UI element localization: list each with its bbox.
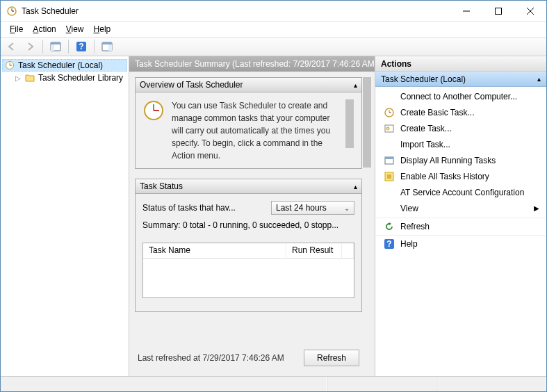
action-label: Create Basic Task... <box>400 108 475 117</box>
refresh-row: Last refreshed at 7/29/2017 7:46:26 AM R… <box>135 345 362 370</box>
scrollbar[interactable] <box>362 77 372 348</box>
show-hide-tree-button[interactable] <box>47 39 64 54</box>
action-at-service-account-configuration[interactable]: AT Service Account Configuration <box>375 184 546 200</box>
action-connect-to-another-computer[interactable]: Connect to Another Computer... <box>375 88 546 104</box>
scroll-thumb[interactable] <box>363 77 371 168</box>
collapse-icon[interactable]: ▴ <box>354 81 357 89</box>
titlebar[interactable]: Task Scheduler <box>1 1 546 22</box>
statusbar <box>1 376 546 391</box>
action-label: Create Task... <box>400 124 452 133</box>
action-refresh[interactable]: Refresh <box>375 218 546 234</box>
none-icon <box>384 203 395 214</box>
task-status-panel: Task Status ▴ Status of tasks that hav..… <box>135 179 362 312</box>
svg-rect-9 <box>51 44 54 51</box>
task-grid[interactable]: Task Name Run Result <box>142 243 354 298</box>
tree-root[interactable]: Task Scheduler (Local) <box>2 59 127 72</box>
chevron-right-icon: ▶ <box>534 204 539 212</box>
toolbar: ? <box>1 37 546 56</box>
summary-header: Task Scheduler Summary (Last refreshed: … <box>129 56 375 72</box>
toolbar-separator <box>94 40 95 54</box>
svg-text:?: ? <box>79 42 83 51</box>
svg-rect-8 <box>51 42 60 44</box>
none-icon <box>384 91 395 102</box>
folder-icon <box>24 72 35 83</box>
action-import-task[interactable]: Import Task... <box>375 136 546 152</box>
svg-rect-13 <box>102 42 112 44</box>
actions-subheader[interactable]: Task Scheduler (Local) ▴ <box>375 72 546 87</box>
chevron-down-icon: ⌄ <box>344 204 350 212</box>
overview-panel: Overview of Task Scheduler ▴ You can use… <box>135 77 362 169</box>
period-dropdown[interactable]: Last 24 hours ⌄ <box>271 201 354 215</box>
forward-button[interactable] <box>22 39 38 54</box>
action-label: Help <box>400 239 418 249</box>
minimize-button[interactable] <box>450 1 482 21</box>
scroll-thumb[interactable] <box>345 99 354 148</box>
svg-rect-28 <box>385 157 393 159</box>
action-list: Connect to Another Computer...Create Bas… <box>375 87 546 376</box>
column-extra[interactable] <box>342 243 354 258</box>
action-label: Connect to Another Computer... <box>400 92 517 101</box>
action-create-basic-task[interactable]: Create Basic Task... <box>375 104 546 120</box>
overview-text: You can use Task Scheduler to create and… <box>172 99 338 161</box>
action-enable-all-tasks-history[interactable]: Enable All Tasks History <box>375 168 546 184</box>
none-icon <box>384 139 395 150</box>
status-label: Status of tasks that hav... <box>142 203 266 213</box>
refresh-icon <box>384 221 395 232</box>
action-label: Refresh <box>400 222 430 231</box>
actions-subheader-title: Task Scheduler (Local) <box>381 74 537 84</box>
history-icon <box>384 171 395 182</box>
help-button[interactable]: ? <box>73 39 90 54</box>
action-label: Enable All Tasks History <box>400 172 489 181</box>
collapse-icon[interactable]: ▴ <box>537 75 541 83</box>
action-view[interactable]: View▶ <box>375 200 546 216</box>
expand-icon[interactable]: ▷ <box>15 74 22 82</box>
action-label: AT Service Account Configuration <box>400 188 524 197</box>
tree-library[interactable]: ▷ Task Scheduler Library <box>13 72 127 84</box>
svg-rect-4 <box>496 8 502 14</box>
back-button[interactable] <box>3 39 20 54</box>
svg-rect-14 <box>108 44 112 51</box>
period-value: Last 24 hours <box>276 203 327 213</box>
task-icon <box>384 123 395 134</box>
show-hide-action-pane-button[interactable] <box>99 39 115 54</box>
overview-header[interactable]: Overview of Task Scheduler ▴ <box>135 77 362 92</box>
tree-root-label: Task Scheduler (Local) <box>18 60 103 70</box>
none-icon <box>384 187 395 198</box>
maximize-button[interactable] <box>482 1 514 21</box>
menu-view[interactable]: View <box>61 23 89 35</box>
action-help[interactable]: ?Help <box>375 235 546 251</box>
grid-header[interactable]: Task Name Run Result <box>143 243 354 259</box>
overview-scrollbar[interactable] <box>345 99 354 161</box>
clock-icon <box>384 107 395 118</box>
center-pane: Task Scheduler Summary (Last refreshed: … <box>129 56 375 376</box>
overview-title: Overview of Task Scheduler <box>140 80 354 90</box>
task-status-title: Task Status <box>140 181 354 191</box>
svg-text:?: ? <box>386 239 391 249</box>
collapse-icon[interactable]: ▴ <box>354 183 357 190</box>
task-scheduler-window: Task Scheduler File Action View Help ? T… <box>0 0 547 392</box>
column-run-result[interactable]: Run Result <box>286 243 342 258</box>
actions-header: Actions <box>375 56 546 72</box>
window-title: Task Scheduler <box>22 6 450 16</box>
column-task-name[interactable]: Task Name <box>143 243 286 258</box>
action-label: Import Task... <box>400 140 450 149</box>
window-controls <box>450 1 546 21</box>
clock-icon <box>4 60 15 71</box>
action-display-all-running-tasks[interactable]: Display All Running Tasks <box>375 152 546 168</box>
action-label: View <box>400 204 418 213</box>
tree-library-label: Task Scheduler Library <box>38 73 123 83</box>
status-summary: Summary: 0 total - 0 running, 0 succeede… <box>142 220 354 230</box>
help-icon: ? <box>384 238 395 250</box>
menu-help[interactable]: Help <box>89 23 116 35</box>
toolbar-separator <box>68 40 69 54</box>
tree-pane[interactable]: Task Scheduler (Local) ▷ Task Scheduler … <box>1 56 129 376</box>
actions-pane: Actions Task Scheduler (Local) ▴ Connect… <box>375 56 546 376</box>
action-create-task[interactable]: Create Task... <box>375 120 546 136</box>
menu-file[interactable]: File <box>5 23 28 35</box>
refresh-button[interactable]: Refresh <box>304 350 359 366</box>
menu-action[interactable]: Action <box>28 23 60 35</box>
task-status-header[interactable]: Task Status ▴ <box>135 179 362 194</box>
menubar: File Action View Help <box>1 22 546 37</box>
summary-body: Overview of Task Scheduler ▴ You can use… <box>129 72 375 376</box>
close-button[interactable] <box>514 1 546 21</box>
